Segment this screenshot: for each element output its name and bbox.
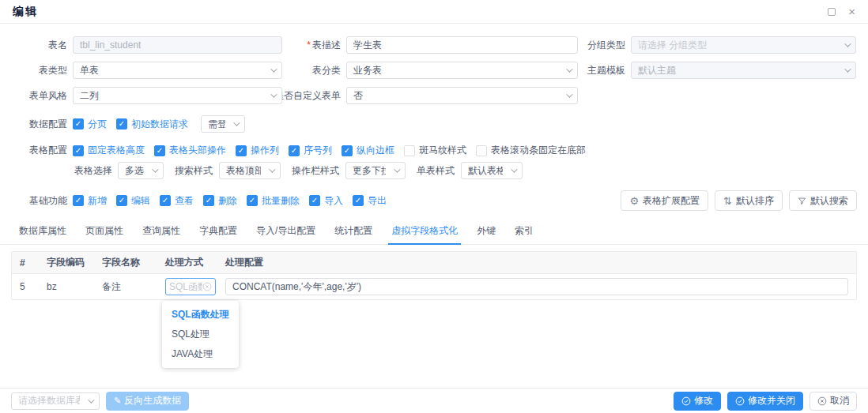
dialog-footer: 请选择数据库表 ✎ 反向生成数据 修改 修改并关闭 — [0, 388, 868, 413]
table-category-select[interactable]: 业务表 — [346, 62, 578, 79]
checkbox-checked-icon: ✓ — [73, 145, 84, 156]
close-icon[interactable]: × — [848, 6, 855, 17]
default-sort-button[interactable]: ⇅ 默认排序 — [715, 190, 783, 211]
chevron-down-icon — [511, 166, 517, 172]
checkbox-batch-delete[interactable]: ✓ 批量删除 — [247, 194, 300, 208]
checkbox-export[interactable]: ✓ 导出 — [353, 194, 387, 208]
clear-icon[interactable] — [202, 282, 212, 291]
chevron-down-icon — [566, 91, 572, 97]
table-name-input: tbl_lin_student — [73, 36, 282, 54]
chevron-down-icon — [152, 166, 158, 172]
checkbox-checked-icon: ✓ — [353, 195, 364, 206]
checkbox-initial-data-request[interactable]: ✓ 初始数据请求 — [116, 118, 188, 131]
table-name-label: 表名 — [11, 39, 73, 52]
checkbox-unchecked-icon — [476, 145, 487, 156]
col-field-code: 字段编码 — [42, 256, 97, 269]
process-method-dropdown: SQL函数处理 SQL处理 JAVA处理 — [162, 301, 239, 368]
modify-button[interactable]: 修改 — [674, 392, 721, 411]
checkbox-index-column[interactable]: ✓ 序号列 — [289, 144, 332, 157]
search-style-label: 搜索样式 — [175, 164, 213, 178]
pencil-icon: ✎ — [114, 396, 121, 405]
form-style-select[interactable]: 二列 — [73, 87, 282, 104]
tab-index[interactable]: 索引 — [505, 220, 543, 244]
checkbox-edit[interactable]: ✓ 编辑 — [116, 194, 150, 208]
table-row: 5 bz 备注 SQL函数... SQL函数处理 SQL处理 JAVA处理 — [12, 274, 856, 299]
required-asterisk: * — [307, 39, 311, 51]
table-select-mode-select[interactable]: 多选 — [118, 162, 164, 179]
tab-import-export-config[interactable]: 导入/导出配置 — [247, 220, 325, 244]
group-type-select: 请选择 分组类型 — [631, 36, 856, 54]
checkbox-vertical-border[interactable]: ✓ 纵向边框 — [342, 144, 394, 157]
theme-template-select: 默认主题 — [631, 62, 856, 79]
row-field-name: 备注 — [97, 280, 160, 294]
dropdown-option-sql-function[interactable]: SQL函数处理 — [162, 305, 239, 325]
row-index: 5 — [12, 281, 42, 292]
table-extend-config-button[interactable]: ⚙ 表格扩展配置 — [621, 190, 708, 211]
checkbox-table-header-actions[interactable]: ✓ 表格头部操作 — [154, 144, 226, 157]
chevron-down-icon — [233, 119, 240, 126]
custom-form-select[interactable]: 否 — [346, 87, 578, 104]
checkbox-fixed-table-height[interactable]: ✓ 固定表格高度 — [73, 144, 145, 157]
checkbox-checked-icon: ✓ — [289, 145, 300, 156]
checkbox-scrollbar-fixed-bottom[interactable]: 表格滚动条固定在底部 — [476, 144, 586, 157]
checkbox-import[interactable]: ✓ 导入 — [309, 194, 343, 208]
maximize-icon[interactable] — [828, 8, 836, 16]
checkbox-unchecked-icon — [404, 145, 415, 156]
checkbox-pagination[interactable]: ✓ 分页 — [73, 118, 107, 131]
chevron-down-icon — [394, 166, 400, 172]
tab-stats-config[interactable]: 统计配置 — [325, 220, 382, 244]
table-select-mode-label: 表格选择 — [11, 164, 118, 178]
checkbox-zebra-stripe[interactable]: 斑马纹样式 — [404, 144, 466, 157]
edit-dialog: 编辑 × 表名 tbl_lin_student * 表描述 分组类型 请选择 分… — [0, 0, 868, 413]
col-field-name: 字段名称 — [97, 256, 160, 269]
table-type-select[interactable]: 单表 — [73, 62, 282, 79]
default-search-button[interactable]: 默认搜索 — [789, 190, 857, 211]
data-config-label: 数据配置 — [11, 118, 73, 131]
row-field-code: bz — [42, 281, 97, 292]
action-bar-style-label: 操作栏样式 — [292, 164, 339, 178]
checkbox-checked-icon: ✓ — [154, 145, 165, 156]
process-method-select[interactable]: SQL函数... — [165, 278, 216, 295]
tab-dict-config[interactable]: 字典配置 — [190, 220, 247, 244]
tab-query-props[interactable]: 查询属性 — [133, 220, 190, 244]
check-circle-icon — [681, 396, 691, 406]
chevron-down-icon — [270, 66, 277, 72]
dropdown-option-sql[interactable]: SQL处理 — [162, 325, 239, 344]
tab-foreign-key[interactable]: 外键 — [467, 220, 505, 244]
tab-virtual-field-format[interactable]: 虚拟字段格式化 — [382, 220, 467, 244]
process-config-input[interactable] — [225, 278, 848, 295]
table-header-row: # 字段编码 字段名称 处理方式 处理配置 — [12, 252, 856, 274]
form-area: 表名 tbl_lin_student * 表描述 分组类型 请选择 分组类型 表… — [0, 24, 868, 211]
checkbox-checked-icon: ✓ — [309, 195, 320, 206]
checkbox-action-column[interactable]: ✓ 操作列 — [236, 144, 279, 157]
checkbox-add[interactable]: ✓ 新增 — [73, 194, 107, 208]
dialog-header: 编辑 × — [0, 0, 868, 24]
database-table-select[interactable]: 请选择数据库表 — [11, 392, 100, 410]
config-tabs: 数据库属性 页面属性 查询属性 字典配置 导入/导出配置 统计配置 虚拟字段格式… — [0, 220, 868, 245]
checkbox-checked-icon: ✓ — [73, 195, 84, 206]
checkbox-delete[interactable]: ✓ 删除 — [203, 194, 237, 208]
table-desc-input[interactable] — [346, 36, 578, 54]
modify-and-close-button[interactable]: 修改并关闭 — [727, 392, 803, 411]
search-style-select[interactable]: 表格顶部 — [219, 162, 281, 179]
col-index: # — [12, 257, 42, 268]
tab-database-props[interactable]: 数据库属性 — [9, 220, 76, 244]
dropdown-option-java[interactable]: JAVA处理 — [162, 344, 239, 364]
basic-functions-label: 基础功能 — [11, 194, 73, 208]
checkbox-checked-icon: ✓ — [236, 145, 247, 156]
chevron-down-icon — [270, 91, 277, 97]
cancel-button[interactable]: 取消 — [810, 392, 857, 411]
check-circle-icon — [735, 396, 745, 406]
checkbox-checked-icon: ✓ — [247, 195, 258, 206]
group-type-label: 分组类型 — [578, 39, 631, 52]
login-required-select[interactable]: 需登录 — [201, 115, 245, 133]
chevron-down-icon — [88, 396, 94, 403]
table-type-label: 表类型 — [11, 64, 73, 77]
col-process-method: 处理方式 — [160, 256, 221, 269]
tab-page-props[interactable]: 页面属性 — [76, 220, 133, 244]
virtual-field-table: # 字段编码 字段名称 处理方式 处理配置 5 bz 备注 SQL函数... — [11, 251, 857, 300]
checkbox-view[interactable]: ✓ 查看 — [160, 194, 194, 208]
checkbox-checked-icon: ✓ — [73, 118, 84, 130]
action-bar-style-select[interactable]: 更多下拉 — [345, 162, 406, 179]
single-table-style-select[interactable]: 默认表格 — [461, 162, 523, 179]
